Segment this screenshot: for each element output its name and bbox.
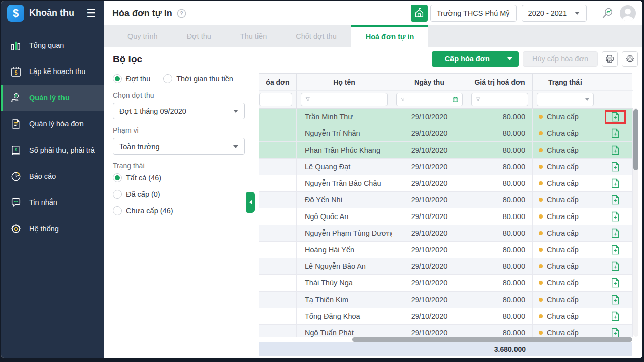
chevron-down-icon (507, 57, 512, 60)
table-row[interactable]: Tạ Thiên Kim29/10/202080.000Chưa cấp (259, 292, 632, 308)
avatar[interactable] (619, 5, 636, 22)
filter-mode-radio[interactable]: Đợt thu (113, 74, 150, 83)
issue-invoice-button[interactable]: Cấp hóa đơn (432, 51, 519, 67)
date-filter-input[interactable] (396, 93, 463, 106)
table-row[interactable]: Tổng Đăng Khoa29/10/202080.000Chưa cấp (259, 308, 632, 325)
divider (594, 7, 594, 19)
issue-invoice-row-button[interactable] (605, 127, 626, 140)
status-label: Chưa cấp (547, 129, 579, 137)
cell-value: 80.000 (467, 125, 533, 142)
table-row[interactable]: Ngô Quốc An29/10/202080.000Chưa cấp (259, 208, 632, 225)
calendar-icon[interactable] (453, 96, 458, 103)
issue-invoice-dropdown[interactable] (501, 55, 519, 63)
name-filter-text[interactable] (313, 96, 383, 103)
school-selector[interactable]: Trường THCS Phú Mỹ (411, 5, 517, 22)
cell-value: 80.000 (467, 208, 533, 225)
status-dot-icon (539, 264, 543, 268)
issue-invoice-row-button[interactable] (605, 160, 626, 174)
sidebar-item-calendar-dollar[interactable]: $Lập kế hoạch thu (1, 58, 104, 85)
table-row[interactable]: Thái Thùy Nga29/10/202080.000Chưa cấp (259, 275, 632, 292)
sidebar-item-invoice-doc[interactable]: Quản lý hóa đơn (1, 111, 104, 137)
issue-invoice-row-button[interactable] (605, 293, 626, 307)
issue-invoice-row-button[interactable] (605, 276, 626, 290)
table-row[interactable]: Nguyễn Trần Bảo Châu29/10/202080.000Chưa… (259, 175, 632, 192)
filter-cell-action (598, 91, 633, 109)
cell-value: 80.000 (467, 308, 533, 325)
table-filter-row (259, 91, 632, 109)
table-settings-button[interactable] (622, 51, 638, 67)
sidebar-item-label: Sổ phải thu, phải trả (29, 146, 95, 154)
cell-value: 80.000 (467, 109, 533, 125)
table-row[interactable]: Nguyễn Phạm Tùng Dương29/10/202080.000Ch… (259, 225, 632, 242)
cell-date: 29/10/2020 (392, 192, 467, 208)
sidebar-item-ledger-book[interactable]: $Sổ phải thu, phải trả (1, 137, 104, 163)
cell-value: 80.000 (467, 242, 533, 258)
scope-select[interactable]: Toàn trường (113, 138, 245, 155)
issue-invoice-row-button[interactable] (605, 177, 626, 190)
batch-select[interactable]: Đợt 1 tháng 09/2020 (113, 103, 245, 119)
tab-inactive[interactable]: Đợt thu (172, 25, 226, 47)
tab-inactive[interactable]: Chốt đợt thu (281, 25, 351, 47)
tab-active[interactable]: Hoá đơn tự in (351, 25, 429, 47)
school-year-dropdown[interactable]: 2020 - 2021 (522, 5, 587, 22)
value-filter-text[interactable] (483, 96, 524, 103)
tab-inactive[interactable]: Quy trình (113, 25, 172, 47)
table-row[interactable]: Đỗ Yến Nhi29/10/202080.000Chưa cấp (259, 192, 632, 208)
help-icon[interactable]: ? (177, 9, 186, 18)
table-row[interactable]: Phan Trần Phúc Khang29/10/202080.000Chưa… (259, 142, 632, 159)
tab-inactive[interactable]: Thu tiền (226, 25, 281, 47)
school-name: Trường THCS Phú Mỹ (430, 5, 517, 22)
status-filter-select[interactable] (537, 93, 594, 106)
batch-label: Chọn đợt thu (113, 91, 245, 99)
date-filter-text[interactable] (408, 96, 449, 103)
issue-invoice-row-button-highlighted[interactable] (605, 110, 626, 124)
table-row[interactable]: Lê Quang Đạt29/10/202080.000Chưa cấp (259, 159, 632, 175)
pie-chart-icon (10, 170, 23, 182)
filter-status-radio[interactable]: Đã cấp (0) (113, 190, 245, 199)
filter-status-radio[interactable]: Chưa cấp (46) (113, 206, 245, 215)
issue-invoice-row-button[interactable] (605, 310, 626, 323)
cell-value: 80.000 (467, 192, 533, 208)
sidebar-item-pie-chart[interactable]: Báo cáo (1, 163, 104, 189)
table-row[interactable]: Trần Minh Thư29/10/202080.000Chưa cấp (259, 109, 632, 125)
value-filter-input[interactable] (471, 93, 528, 106)
sidebar-item-label: Hệ thống (29, 225, 59, 233)
issue-invoice-row-button[interactable] (605, 210, 626, 224)
invoice-filter-input[interactable] (259, 93, 292, 106)
filter-status-radio[interactable]: Tất cả (46) (113, 173, 245, 182)
sidebar-item-chat-bubble[interactable]: Tin nhắn (1, 189, 104, 215)
print-button[interactable] (602, 51, 618, 67)
sidebar-item-bar-chart[interactable]: Tổng quan (1, 32, 104, 58)
issue-invoice-row-button[interactable] (605, 243, 626, 257)
cell-date: 29/10/2020 (392, 225, 467, 242)
issue-invoice-row-button[interactable] (605, 260, 626, 273)
issue-invoice-row-button[interactable] (605, 143, 626, 157)
invoice-filter-text[interactable] (264, 96, 288, 103)
table-body: Trần Minh Thư29/10/202080.000Chưa cấpNgu… (259, 109, 632, 341)
filter-mode-radio[interactable]: Thời gian thu tiền (163, 74, 233, 83)
table-row[interactable]: Nguyễn Trí Nhân29/10/202080.000Chưa cấp (259, 125, 632, 142)
cell-date: 29/10/2020 (392, 208, 467, 225)
cell-action (598, 142, 633, 159)
status-label: Trạng thái (113, 162, 245, 170)
cell-date: 29/10/2020 (392, 109, 467, 125)
table-row[interactable]: Hoàng Hải Yến29/10/202080.000Chưa cấp (259, 242, 632, 258)
horizontal-scrollbar-thumb[interactable] (352, 337, 632, 342)
issue-invoice-row-button[interactable] (605, 193, 626, 207)
status-dot-icon (539, 131, 543, 135)
vertical-scrollbar-thumb[interactable] (633, 109, 638, 170)
analytics-search-icon[interactable] (601, 7, 614, 20)
radio-icon (113, 206, 122, 215)
collapse-filter-handle[interactable] (246, 192, 255, 213)
cell-action (598, 125, 633, 142)
sidebar-item-hand-coin[interactable]: $Quản lý thu (1, 85, 104, 111)
cell-action (598, 109, 633, 125)
cell-status: Chưa cấp (533, 225, 598, 242)
filter-cell-value (467, 91, 533, 109)
cell-date: 29/10/2020 (392, 125, 467, 142)
sidebar-item-gear[interactable]: Hệ thống (1, 215, 104, 242)
hamburger-menu-icon[interactable]: ☰ (84, 7, 98, 19)
issue-invoice-row-button[interactable] (605, 227, 626, 240)
table-row[interactable]: Lê Nguyễn Bảo An29/10/202080.000Chưa cấp (259, 258, 632, 275)
name-filter-input[interactable] (301, 93, 388, 106)
